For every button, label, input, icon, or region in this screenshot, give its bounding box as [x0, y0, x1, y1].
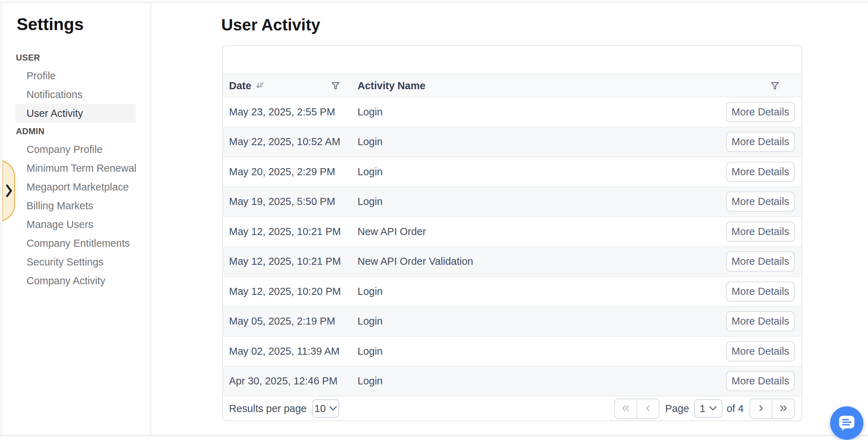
- row-activity: Login: [358, 136, 726, 148]
- row-date: May 12, 2025, 10:21 PM: [223, 256, 358, 267]
- pagination-forward-group: › »: [749, 399, 795, 419]
- next-page-button[interactable]: ›: [749, 399, 772, 419]
- more-details-button[interactable]: More Details: [726, 222, 795, 242]
- date-column-label: Date: [229, 80, 251, 92]
- pagination-controls: « ‹ Page 1 of 4 › »: [614, 399, 795, 419]
- table-row: May 12, 2025, 10:21 PM New API Order Mor…: [223, 217, 801, 247]
- sidebar-item-company-activity[interactable]: Company Activity: [15, 272, 136, 290]
- sidebar-section-admin: ADMIN: [3, 126, 150, 137]
- sidebar-item-profile[interactable]: Profile: [15, 67, 136, 85]
- row-activity: New API Order: [358, 226, 726, 238]
- more-details-button[interactable]: More Details: [726, 341, 795, 361]
- table-row: May 12, 2025, 10:21 PM New API Order Val…: [223, 247, 801, 277]
- row-activity: Login: [358, 196, 726, 207]
- sidebar-item-billing-markets[interactable]: Billing Markets: [15, 196, 136, 215]
- sidebar-item-minimum-term-renewal[interactable]: Minimum Term Renewal: [15, 159, 136, 178]
- sidebar-section-user: USER: [3, 52, 150, 63]
- row-activity: New API Order Validation: [358, 256, 726, 267]
- more-details-button[interactable]: More Details: [726, 251, 795, 272]
- more-details-button[interactable]: More Details: [726, 162, 795, 182]
- row-date: May 12, 2025, 10:20 PM: [223, 286, 358, 297]
- column-header-date[interactable]: Date: [223, 80, 358, 92]
- flyout-tab-shape: [2, 158, 17, 225]
- sidebar-item-company-profile[interactable]: Company Profile: [15, 140, 136, 159]
- row-date: May 12, 2025, 10:21 PM: [223, 226, 358, 238]
- sort-descending-icon[interactable]: [256, 81, 264, 90]
- first-page-button[interactable]: «: [614, 399, 637, 419]
- row-date: May 23, 2025, 2:55 PM: [223, 106, 358, 118]
- table-row: May 05, 2025, 2:19 PM Login More Details: [223, 307, 801, 337]
- table-toolbar: [223, 46, 801, 74]
- sidebar-item-user-activity[interactable]: User Activity: [15, 104, 136, 123]
- chat-launcher-button[interactable]: [830, 406, 863, 440]
- table-row: May 12, 2025, 10:20 PM Login More Detail…: [223, 277, 801, 307]
- row-date: Apr 30, 2025, 12:46 PM: [223, 375, 358, 387]
- sidebar-item-company-entitlements[interactable]: Company Entitlements: [15, 234, 136, 253]
- results-per-page-label: Results per page: [229, 403, 307, 415]
- more-details-button[interactable]: More Details: [726, 102, 795, 122]
- activity-filter-icon[interactable]: [770, 81, 780, 90]
- table-row: May 19, 2025, 5:50 PM Login More Details: [223, 187, 801, 217]
- table-row: May 22, 2025, 10:52 AM Login More Detail…: [223, 127, 801, 158]
- date-filter-icon[interactable]: [331, 81, 340, 90]
- pagination-back-group: « ‹: [614, 399, 659, 419]
- more-details-button[interactable]: More Details: [726, 192, 795, 212]
- sidebar-expand-toggle[interactable]: [2, 158, 17, 225]
- column-header-activity-name[interactable]: Activity Name: [358, 80, 801, 92]
- sidebar-item-megaport-marketplace[interactable]: Megaport Marketplace: [15, 178, 136, 196]
- more-details-button[interactable]: More Details: [726, 371, 795, 391]
- more-details-button[interactable]: More Details: [726, 132, 795, 152]
- row-activity: Login: [358, 286, 726, 297]
- more-details-button[interactable]: More Details: [726, 311, 795, 331]
- sidebar-item-manage-users[interactable]: Manage Users: [15, 215, 136, 234]
- chat-bubble-icon: [838, 415, 856, 432]
- sidebar-item-notifications[interactable]: Notifications: [15, 85, 136, 104]
- page-label: Page: [665, 403, 689, 415]
- settings-sidebar: Settings USER Profile Notifications User…: [3, 2, 151, 435]
- page-title: User Activity: [221, 15, 320, 34]
- chevron-down-icon: [709, 406, 717, 411]
- table-row: May 02, 2025, 11:39 AM Login More Detail…: [223, 337, 801, 367]
- row-date: May 20, 2025, 2:29 PM: [223, 166, 358, 178]
- table-row: May 20, 2025, 2:29 PM Login More Details: [223, 157, 801, 187]
- table-row: May 23, 2025, 2:55 PM Login More Details: [223, 97, 801, 127]
- results-per-page-value: 10: [314, 403, 326, 415]
- row-activity: Login: [358, 345, 726, 357]
- sidebar-item-security-settings[interactable]: Security Settings: [15, 253, 136, 272]
- user-activity-card: Date Activity Name May: [222, 45, 802, 421]
- row-date: May 05, 2025, 2:19 PM: [223, 315, 358, 327]
- main-content: User Activity Date Activity Name: [151, 2, 868, 435]
- page-number-select[interactable]: 1: [694, 399, 723, 418]
- row-activity: Login: [358, 166, 726, 178]
- bottom-border: [0, 435, 868, 436]
- last-page-button[interactable]: »: [772, 399, 795, 419]
- chevron-down-icon: [329, 406, 337, 411]
- page-number-value: 1: [700, 403, 706, 415]
- page-total-label: of 4: [727, 403, 744, 415]
- previous-page-button[interactable]: ‹: [637, 399, 659, 419]
- results-per-page-select[interactable]: 10: [312, 399, 339, 418]
- row-activity: Login: [358, 375, 726, 387]
- table-row: Apr 30, 2025, 12:46 PM Login More Detail…: [223, 367, 801, 397]
- sidebar-title: Settings: [17, 15, 150, 34]
- more-details-button[interactable]: More Details: [726, 281, 795, 302]
- row-date: May 22, 2025, 10:52 AM: [223, 136, 358, 148]
- activity-column-label: Activity Name: [358, 80, 426, 92]
- row-activity: Login: [358, 315, 726, 327]
- row-date: May 19, 2025, 5:50 PM: [223, 196, 358, 207]
- table-footer: Results per page 10 « ‹ Page 1: [223, 396, 801, 421]
- table-header: Date Activity Name: [223, 74, 801, 97]
- row-date: May 02, 2025, 11:39 AM: [223, 345, 358, 357]
- row-activity: Login: [358, 106, 726, 118]
